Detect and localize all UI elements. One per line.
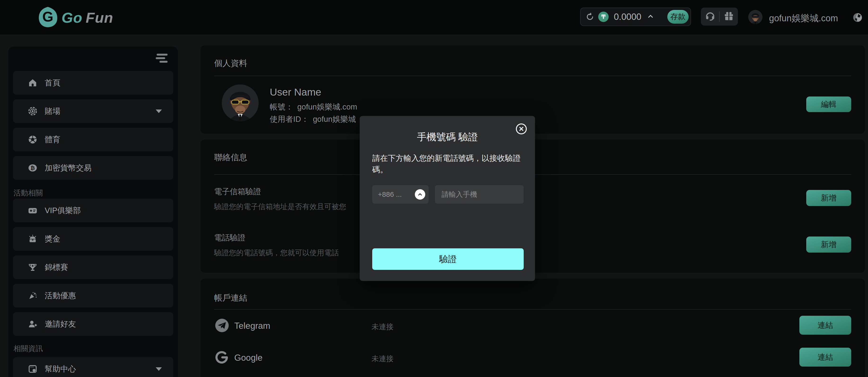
link-status: 未連接 [372, 354, 394, 364]
sidebar: 首頁 賭場 [8, 46, 178, 377]
treasure-chest-icon [28, 234, 38, 244]
sidebar-item-label: 首頁 [45, 77, 60, 88]
soccer-ball-icon [28, 134, 38, 145]
edit-button[interactable]: 編輯 [806, 96, 851, 112]
telegram-icon [215, 318, 229, 334]
divider [719, 11, 720, 22]
sidebar-item-label: 獎金 [45, 234, 60, 244]
sidebar-item-casino[interactable]: 賭場 [13, 99, 173, 123]
logo-text-fun: Fun [86, 9, 113, 26]
sidebar-item-invite-friends[interactable]: 邀請好友 [13, 312, 173, 336]
sidebar-item-label: VIP俱樂部 [45, 205, 81, 216]
svg-text:?: ? [33, 369, 35, 372]
vip-card-icon [28, 206, 38, 216]
top-bar: G GoFun 0.0000 [0, 0, 868, 34]
phone-verification-modal: ✕ 手機號碼 驗證 請在下方輸入您的新電話號碼，以接收驗證 碼。 +886 ..… [360, 116, 535, 281]
account-label: 帳號： [270, 102, 293, 111]
divider [214, 76, 851, 76]
email-add-button[interactable]: 新增 [806, 190, 851, 206]
gift-icon[interactable] [723, 11, 734, 23]
divider [214, 309, 851, 310]
phone-verify-desc: 驗證您的電話號碼，您就可以使用電話 [214, 248, 339, 258]
chevron-down-icon [156, 367, 162, 371]
links-panel-title: 帳戶連結 [214, 292, 247, 304]
sidebar-item-label: 幫助中心 [45, 364, 76, 374]
sidebar-item-label: 錦標賽 [45, 262, 68, 273]
sidebar-item-help-center[interactable]: ? 幫助中心 [13, 357, 173, 377]
sidebar-group-activity: 活動相關 [13, 188, 43, 198]
profile-username: User Name [270, 86, 321, 98]
chevron-up-icon[interactable] [647, 14, 654, 20]
phone-number-input[interactable] [435, 185, 524, 203]
help-center-icon: ? [28, 364, 38, 374]
account-value: gofun娛樂城.com [297, 102, 357, 111]
sidebar-item-home[interactable]: 首頁 [13, 71, 173, 95]
brand-logo[interactable]: G GoFun [38, 7, 113, 28]
contact-panel-title: 聯絡信息 [214, 152, 247, 163]
page: G GoFun 0.0000 [0, 0, 868, 377]
sidebar-item-crypto[interactable]: ₿ 加密貨幣交易 [13, 156, 173, 180]
email-verify-desc: 驗證您的電子信箱地址是否有效且可被您 [214, 202, 346, 212]
sidebar-item-promotions[interactable]: 活動優惠 [13, 284, 173, 308]
sidebar-item-bonus[interactable]: 獎金 [13, 227, 173, 251]
tether-icon [598, 11, 609, 22]
sidebar-item-label: 體育 [45, 134, 60, 145]
link-name: Google [234, 353, 262, 363]
balance-widget[interactable]: 0.0000 存款 [580, 7, 691, 26]
party-popper-icon [28, 291, 38, 301]
chevron-down-icon [156, 109, 162, 113]
headset-icon[interactable] [705, 11, 716, 23]
sidebar-item-label: 賭場 [45, 106, 60, 117]
userid-label: 使用者ID： [270, 115, 309, 123]
user-avatar[interactable] [748, 10, 763, 24]
person-add-icon [28, 319, 38, 329]
bitcoin-icon: ₿ [28, 163, 38, 173]
profile-panel-title: 個人資料 [214, 58, 247, 69]
phone-verify-title: 電話驗證 [214, 232, 245, 243]
phone-add-button[interactable]: 新增 [806, 237, 851, 253]
support-widget [701, 7, 738, 26]
home-icon [28, 78, 38, 88]
sidebar-collapse-icon[interactable] [157, 54, 167, 63]
chevron-up-circle-icon[interactable] [415, 189, 425, 199]
sidebar-item-tournament[interactable]: 錦標賽 [13, 255, 173, 279]
sidebar-item-label: 活動優惠 [45, 290, 76, 301]
modal-description-line1: 請在下方輸入您的新電話號碼，以接收驗證 [372, 153, 526, 164]
sidebar-item-sports[interactable]: 體育 [13, 128, 173, 151]
svg-text:₿: ₿ [31, 165, 35, 171]
link-name: Telegram [234, 321, 270, 331]
account-site-name[interactable]: gofun娛樂城.com [769, 12, 838, 24]
email-verify-title: 電子信箱驗證 [214, 186, 261, 197]
link-status: 未連接 [372, 322, 394, 332]
country-code-value: +886 ... [378, 190, 402, 198]
account-links-panel: 帳戶連結 Telegram 未連接 連結 Google 未連 [200, 279, 865, 377]
language-globe-icon[interactable] [852, 12, 863, 24]
sidebar-item-label: 加密貨幣交易 [45, 163, 92, 174]
trophy-icon [28, 262, 38, 272]
sidebar-group-info: 相關資訊 [13, 344, 43, 354]
casino-chip-icon [28, 106, 38, 116]
country-code-select[interactable]: +886 ... [372, 185, 429, 203]
deposit-button[interactable]: 存款 [667, 10, 689, 24]
refresh-icon[interactable] [585, 12, 595, 22]
sidebar-item-label: 邀請好友 [45, 319, 76, 329]
google-link-button[interactable]: 連結 [799, 348, 851, 367]
logo-text-go: Go [62, 9, 82, 26]
balance-amount: 0.0000 [614, 12, 641, 22]
telegram-link-button[interactable]: 連結 [799, 316, 851, 335]
modal-description-line2: 碼。 [372, 164, 526, 175]
google-icon [215, 350, 229, 366]
logo-shield-icon: G [38, 6, 58, 29]
svg-text:G: G [42, 9, 54, 25]
userid-value: gofun娛樂城 [313, 115, 356, 123]
sidebar-item-vip-club[interactable]: VIP俱樂部 [13, 199, 173, 222]
modal-title: 手機號碼 驗證 [360, 131, 535, 144]
verify-button[interactable]: 驗證 [372, 248, 524, 270]
profile-avatar[interactable] [222, 85, 259, 121]
